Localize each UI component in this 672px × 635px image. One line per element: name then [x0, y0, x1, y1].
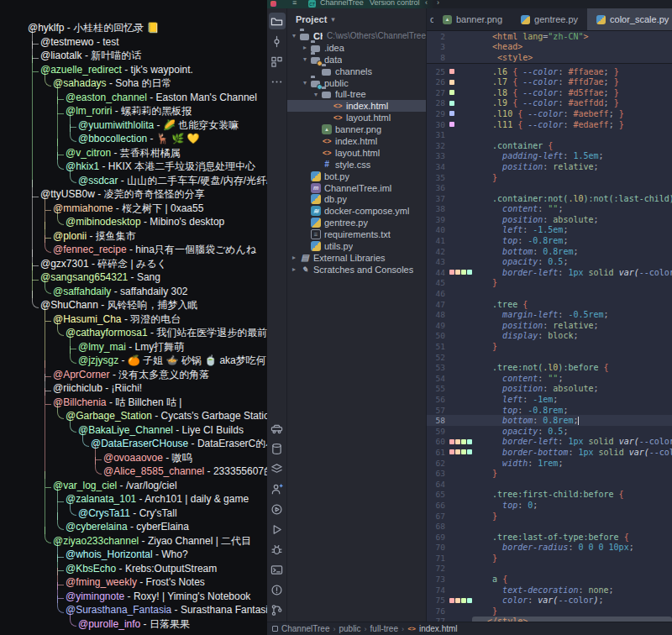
- channel-link[interactable]: @var_log_ciel - /var/log/ciel: [53, 479, 267, 493]
- project-tree-row[interactable]: <>index.html: [287, 135, 426, 147]
- code-line[interactable]: 67}: [427, 511, 672, 522]
- code-line[interactable]: 29.l10 { --color: #aebeff; }: [427, 108, 672, 119]
- channel-handle[interactable]: @azuelle_redirect: [40, 64, 122, 76]
- project-folder-icon[interactable]: [269, 13, 286, 29]
- color-swatch[interactable]: [449, 101, 454, 106]
- code-line[interactable]: 53.tree:not(.l0):before {: [427, 362, 672, 373]
- channel-link[interactable]: @lmy_mai - Lmy打舞萌: [78, 340, 267, 354]
- code-line[interactable]: 31: [427, 129, 672, 140]
- code-line[interactable]: 39position: absolute;: [427, 214, 672, 225]
- channel-handle[interactable]: @v_citron: [66, 147, 111, 159]
- code-line[interactable]: 38content: "";: [427, 204, 672, 215]
- color-swatch[interactable]: [461, 449, 466, 454]
- code-line[interactable]: 26.l7 { --color: #ffd7ae; }: [427, 76, 672, 87]
- nav-back-icon[interactable]: ‹: [425, 0, 428, 7]
- chevron-icon[interactable]: ▾: [292, 32, 300, 39]
- code-line[interactable]: 2<html lang="zh-CN">: [427, 31, 672, 42]
- code-line[interactable]: 32.container {: [427, 140, 672, 151]
- channel-handle[interactable]: @Alice_8585_channel: [103, 465, 204, 477]
- channel-handle[interactable]: @BakaLiye_Channel: [78, 424, 173, 436]
- project-tree-row[interactable]: ▸.idea: [287, 42, 426, 54]
- color-swatch[interactable]: [461, 598, 466, 603]
- channel-handle[interactable]: @DataEraserCHouse: [91, 438, 188, 449]
- color-swatch[interactable]: [449, 69, 454, 74]
- color-swatch[interactable]: [455, 270, 460, 275]
- channel-handle[interactable]: @jzjysgz: [78, 354, 118, 366]
- channel-link[interactable]: @CrysTa11 - Cry'sTall: [78, 506, 267, 521]
- gutter-color-swatches[interactable]: [445, 439, 472, 444]
- channel-handle[interactable]: @KbsEcho: [66, 563, 116, 575]
- channel-handle[interactable]: @gzx7301: [40, 258, 89, 270]
- project-tree-row[interactable]: ▲banner.png: [287, 123, 426, 135]
- channel-link[interactable]: @cathayformosa1 - 我们站在医学退步的最前沿: [66, 326, 267, 340]
- code-line[interactable]: 25.l6 { --color: #ffaeae; }: [427, 66, 672, 77]
- channel-link[interactable]: @yimingnote - Roxy! | Yiming's Notebook: [66, 590, 267, 604]
- code-line[interactable]: 73a {: [427, 574, 672, 585]
- channel-link[interactable]: @yuumiwithlolita - 🌽 也能穿女装嘛: [78, 118, 267, 133]
- channel-link[interactable]: @lm_roriri - 螺莉莉的黑板报: [66, 104, 267, 118]
- channel-link[interactable]: @Hasumi_Cha - 羽澄的电台: [53, 312, 267, 327]
- chevron-icon[interactable]: ▾: [303, 79, 311, 87]
- python-packages-icon[interactable]: [269, 480, 286, 497]
- gutter-color-swatches[interactable]: [445, 111, 472, 116]
- titlebar-vcs-widget[interactable]: Version control: [370, 0, 420, 7]
- chevron-icon[interactable]: ▾: [314, 91, 322, 98]
- code-line[interactable]: 49position: relative;: [427, 320, 672, 331]
- channel-handle[interactable]: @yuumiwithlolita: [78, 119, 154, 131]
- color-swatch[interactable]: [455, 598, 460, 603]
- color-swatch[interactable]: [461, 270, 466, 275]
- channel-handle[interactable]: @fming_weekly: [66, 576, 137, 588]
- channel-link[interactable]: @ziyao233channel - Ziyao Channel | 二代目: [53, 534, 267, 548]
- channel-link[interactable]: @liaotalk - 新叶喵的话: [40, 49, 267, 63]
- channel-link[interactable]: @plonii - 摸鱼集市: [53, 229, 267, 244]
- more-tools-icon[interactable]: [269, 73, 286, 90]
- code-line[interactable]: 61border-bottom: 1px solid var(--color);: [427, 447, 672, 458]
- breadcrumb-item[interactable]: index.html: [419, 624, 458, 633]
- project-tree-row[interactable]: ▸▤External Libraries: [287, 252, 426, 264]
- code-line[interactable]: 68: [427, 521, 672, 532]
- channel-handle[interactable]: @ovoaaovoe: [103, 452, 163, 464]
- project-tree-row[interactable]: ▾full-tree: [287, 88, 426, 100]
- gutter-color-swatches[interactable]: [445, 80, 472, 85]
- project-tree-row[interactable]: ≋docker-compose.yml: [287, 205, 426, 217]
- debug-icon[interactable]: [269, 541, 286, 558]
- channel-link[interactable]: @bbocollection - 🦌 🌿 💛: [78, 132, 267, 146]
- channel-link[interactable]: @purolle_info - 日落果果: [78, 617, 267, 632]
- channel-link[interactable]: @riichiclub - ¡Riichi!: [53, 381, 267, 396]
- channel-handle[interactable]: @easton_channel: [66, 92, 147, 103]
- code-line[interactable]: 69.tree:last-of-type:before {: [427, 532, 672, 543]
- code-line[interactable]: 56left: -1em;: [427, 394, 672, 405]
- database-icon[interactable]: [269, 440, 286, 457]
- code-line[interactable]: 37.container:not(.l0):not(:last-child):b…: [427, 193, 672, 204]
- color-swatch[interactable]: [449, 80, 454, 85]
- code-line[interactable]: 36: [427, 182, 672, 193]
- code-line[interactable]: 66top: 0;: [427, 500, 672, 511]
- channel-link[interactable]: @ShuChann - 风铃轻响，捕梦入眠: [40, 298, 267, 312]
- channel-link[interactable]: @Alice_8585_channel - 233355607的废话频道好想: [103, 464, 267, 479]
- project-tree-row[interactable]: ▾ChannelTreeC:\ws\Others\ChannelTree: [287, 30, 426, 42]
- chevron-icon[interactable]: ▸: [303, 44, 311, 51]
- code-line[interactable]: 35}: [427, 172, 672, 183]
- channel-handle[interactable]: @purolle_info: [78, 618, 140, 630]
- color-swatch[interactable]: [449, 122, 454, 127]
- code-line[interactable]: 44border-left: 1px solid var(--color);: [427, 267, 672, 278]
- ai-assistant-icon[interactable]: [269, 420, 286, 437]
- channel-link[interactable]: @BakaLiye_Channel - Liye CI Builds: [78, 423, 267, 438]
- code-line[interactable]: 57top: -0.8rem;: [427, 405, 672, 416]
- code-area[interactable]: 25.l6 { --color: #ffaeae; }26.l7 { --col…: [427, 64, 672, 622]
- code-line[interactable]: 75color: var(--color);: [427, 595, 672, 606]
- gutter-color-swatches[interactable]: [445, 122, 472, 127]
- code-line[interactable]: 59opacity: 0.5;: [427, 426, 672, 437]
- channel-link[interactable]: @testmewo - test: [40, 35, 267, 50]
- breadcrumb-item[interactable]: public: [339, 624, 360, 633]
- code-line[interactable]: 27.l8 { --color: #d5ffae; }: [427, 87, 672, 98]
- channel-link[interactable]: @mmiahome - 桜之树下 | 0xaa55: [53, 202, 267, 216]
- project-tree-row[interactable]: <>layout.html: [287, 112, 426, 123]
- gutter-color-swatches[interactable]: [445, 101, 472, 106]
- channel-link[interactable]: @ssdcar - 山山的二手车车/硬盘/内存/光纤/交换机: [78, 174, 267, 188]
- channel-handle[interactable]: @bbocollection: [78, 133, 147, 144]
- project-tree-row[interactable]: ≡requirements.txt: [287, 228, 426, 240]
- channel-handle[interactable]: @fennec_recipe: [53, 244, 127, 255]
- channel-link[interactable]: @whois_Horizontal - Who?: [66, 548, 267, 562]
- code-line[interactable]: 48margin-left: -0.5rem;: [427, 309, 672, 320]
